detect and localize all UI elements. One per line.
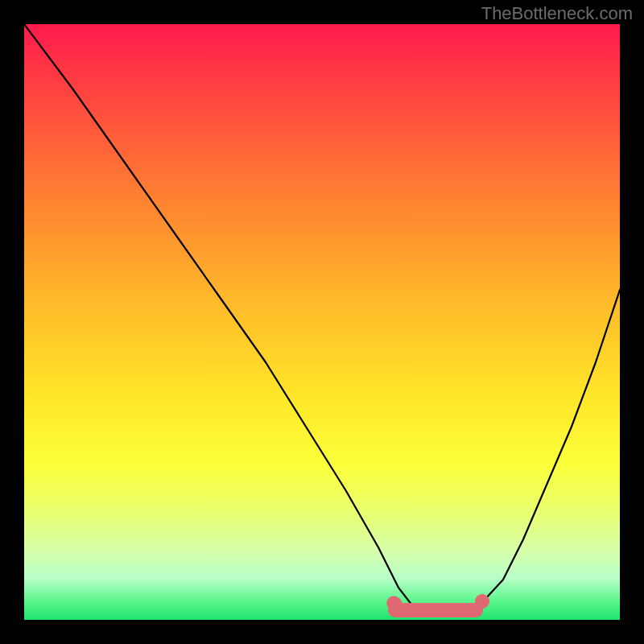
bottleneck-curve [24, 24, 620, 620]
watermark-text: TheBottleneck.com [481, 3, 633, 24]
chart-plot-area [24, 24, 620, 620]
optimal-range-marker-right-dot [475, 594, 489, 609]
curve-path [24, 24, 620, 612]
